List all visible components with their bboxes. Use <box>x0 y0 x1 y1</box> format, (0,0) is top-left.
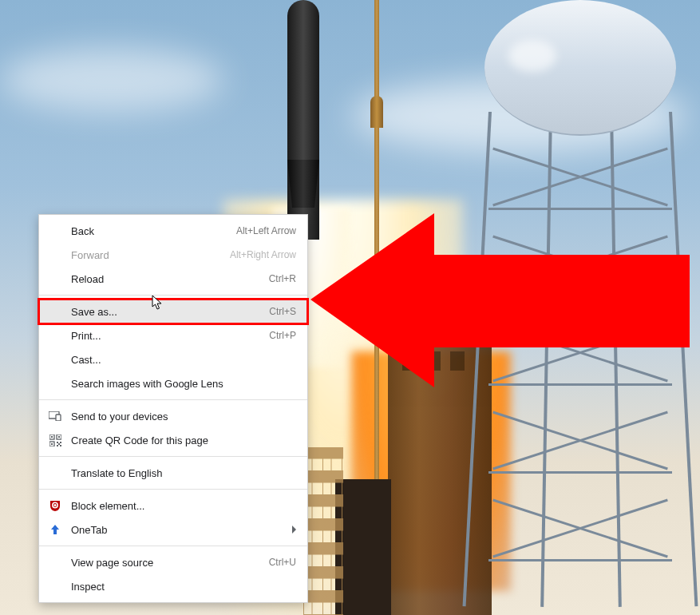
menu-item-shortcut: Ctrl+P <box>269 330 296 341</box>
cloud <box>0 48 223 112</box>
menu-divider <box>39 546 307 546</box>
menu-item-label: Block element... <box>71 500 296 512</box>
menu-item-label: Send to your devices <box>71 411 296 423</box>
menu-item-shortcut: Alt+Right Arrow <box>230 249 296 260</box>
menu-item-save-as[interactable]: Save as... Ctrl+S <box>39 300 307 323</box>
menu-item-label: Back <box>71 225 236 237</box>
menu-item-label: Print... <box>71 330 269 342</box>
menu-item-print[interactable]: Print... Ctrl+P <box>39 323 307 347</box>
menu-item-back[interactable]: Back Alt+Left Arrow <box>39 219 307 243</box>
menu-item-send-devices[interactable]: Send to your devices <box>39 404 307 428</box>
qr-icon <box>48 433 62 447</box>
svg-rect-12 <box>60 445 61 446</box>
menu-item-inspect[interactable]: Inspect <box>39 574 307 598</box>
context-menu: Back Alt+Left Arrow Forward Alt+Right Ar… <box>38 214 308 603</box>
menu-item-label: Forward <box>71 249 230 261</box>
menu-item-shortcut: Ctrl+R <box>269 273 296 284</box>
menu-item-qr-code[interactable]: Create QR Code for this page <box>39 428 307 452</box>
menu-item-shortcut: Alt+Left Arrow <box>236 225 296 236</box>
menu-item-translate[interactable]: Translate to English <box>39 461 307 485</box>
submenu-arrow-icon <box>292 526 296 534</box>
menu-item-label: Create QR Code for this page <box>71 434 296 446</box>
svg-rect-8 <box>57 442 58 443</box>
menu-divider <box>39 295 307 296</box>
launch-tower <box>388 264 492 615</box>
onetab-icon <box>48 522 62 537</box>
menu-item-shortcut: Ctrl+S <box>269 306 296 317</box>
menu-item-reload[interactable]: Reload Ctrl+R <box>39 267 307 291</box>
svg-rect-10 <box>58 443 60 445</box>
menu-item-label: Save as... <box>71 306 269 318</box>
water-tower <box>484 0 676 615</box>
menu-item-block-element[interactable]: Block element... <box>39 494 307 518</box>
lattice-tower <box>303 447 343 615</box>
menu-item-label: Search images with Google Lens <box>71 378 296 390</box>
menu-item-label: Translate to English <box>71 467 296 479</box>
svg-rect-5 <box>51 436 53 438</box>
svg-point-14 <box>54 504 57 506</box>
svg-rect-11 <box>57 445 58 446</box>
menu-item-label: View page source <box>71 557 269 569</box>
rocket <box>271 0 335 240</box>
svg-rect-7 <box>51 443 53 445</box>
structure <box>335 479 391 615</box>
devices-icon <box>48 409 62 423</box>
menu-item-forward: Forward Alt+Right Arrow <box>39 243 307 267</box>
menu-item-label: Reload <box>71 273 269 285</box>
svg-rect-6 <box>58 436 60 438</box>
menu-item-cast[interactable]: Cast... <box>39 347 307 371</box>
menu-divider <box>39 489 307 490</box>
menu-item-label: Cast... <box>71 354 296 366</box>
menu-item-search-lens[interactable]: Search images with Google Lens <box>39 371 307 395</box>
menu-divider <box>39 399 307 400</box>
ublock-icon <box>48 498 62 513</box>
menu-item-label: Inspect <box>71 581 296 593</box>
svg-rect-1 <box>56 415 61 421</box>
menu-item-label: OneTab <box>71 524 292 536</box>
menu-divider <box>39 456 307 457</box>
menu-item-onetab[interactable]: OneTab <box>39 518 307 542</box>
svg-rect-9 <box>60 442 61 443</box>
lightning-rod-tip <box>370 96 383 128</box>
menu-item-view-source[interactable]: View page source Ctrl+U <box>39 550 307 574</box>
menu-item-shortcut: Ctrl+U <box>269 557 296 568</box>
